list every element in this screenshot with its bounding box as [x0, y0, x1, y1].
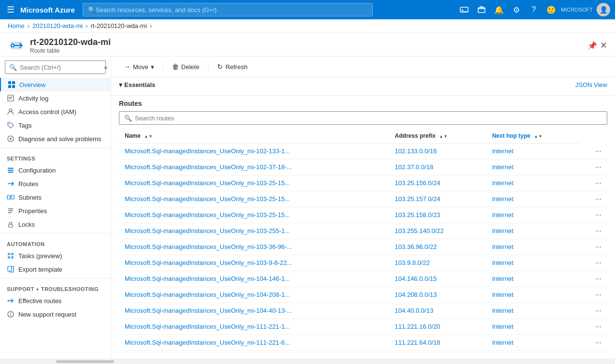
row-more-button[interactable]: ···: [580, 191, 607, 207]
sidebar-search-box[interactable]: 🔍 «: [5, 60, 106, 74]
route-name-link[interactable]: Microsoft.Sql-managedInstances_UseOnly_m…: [125, 307, 292, 314]
row-more-button[interactable]: ···: [580, 207, 607, 223]
row-more-button[interactable]: ···: [580, 223, 607, 239]
help-icon[interactable]: ?: [526, 2, 542, 17]
route-name-link[interactable]: Microsoft.Sql-managedInstances_UseOnly_m…: [125, 339, 290, 346]
sidebar-item-routes[interactable]: Routes: [0, 177, 111, 190]
sidebar-collapse-icon[interactable]: «: [104, 63, 108, 71]
row-more-button[interactable]: ···: [580, 239, 607, 255]
sidebar-item-tags[interactable]: Tags: [0, 118, 111, 132]
sidebar-item-subnets[interactable]: Subnets: [0, 190, 111, 204]
route-prefix-link[interactable]: 111.221.16.0/20: [395, 323, 440, 330]
sidebar-item-activity-log[interactable]: Activity log: [0, 91, 111, 105]
sidebar-item-effective-routes[interactable]: Effective routes: [0, 294, 111, 307]
row-more-button[interactable]: ···: [580, 319, 607, 335]
route-prefix-link[interactable]: 102.37.0.0/18: [395, 163, 434, 171]
table-row[interactable]: Microsoft.Sql-managedInstances_UseOnly_m…: [119, 175, 607, 191]
route-name-link[interactable]: Microsoft.Sql-managedInstances_UseOnly_m…: [125, 179, 290, 187]
table-row[interactable]: Microsoft.Sql-managedInstances_UseOnly_m…: [119, 271, 607, 287]
global-search-input[interactable]: [96, 6, 367, 14]
sidebar-item-label: Overview: [19, 81, 45, 88]
sidebar-item-new-support[interactable]: New support request: [0, 307, 111, 321]
routes-search-icon: 🔍: [124, 115, 132, 122]
move-button[interactable]: → Move ▾: [119, 60, 159, 73]
row-more-button[interactable]: ···: [580, 350, 607, 355]
col-prefix[interactable]: Address prefix ▲▼: [389, 129, 486, 144]
route-prefix-link[interactable]: 102.133.0.0/16: [395, 147, 437, 155]
sidebar-item-locks[interactable]: Locks: [0, 218, 111, 231]
table-row[interactable]: Microsoft.Sql-managedInstances_UseOnly_m…: [119, 207, 607, 223]
route-prefix-link[interactable]: 103.25.158.0/23: [395, 211, 440, 218]
route-name-link[interactable]: Microsoft.Sql-managedInstances_UseOnly_m…: [125, 259, 292, 266]
route-prefix-link[interactable]: 103.25.156.0/24: [395, 179, 440, 187]
route-name-link[interactable]: Microsoft.Sql-managedInstances_UseOnly_m…: [125, 211, 290, 218]
route-prefix-link[interactable]: 104.146.0.0/15: [395, 275, 437, 282]
routes-search-input[interactable]: [135, 115, 602, 122]
route-prefix-link[interactable]: 104.40.0.0/13: [395, 307, 434, 314]
sidebar-item-access-control[interactable]: Access control (IAM): [0, 105, 111, 118]
row-more-button[interactable]: ···: [580, 255, 607, 271]
table-row[interactable]: Microsoft.Sql-managedInstances_UseOnly_m…: [119, 144, 607, 160]
sidebar-item-export-template[interactable]: Export template: [0, 262, 111, 276]
route-name-link[interactable]: Microsoft.Sql-managedInstances_UseOnly_m…: [125, 291, 290, 298]
sidebar-item-diagnose[interactable]: Diagnose and solve problems: [0, 132, 111, 146]
settings-icon[interactable]: ⚙: [509, 2, 524, 17]
route-name-link[interactable]: Microsoft.Sql-managedInstances_UseOnly_m…: [125, 163, 292, 171]
route-prefix-link[interactable]: 103.9.8.0/22: [395, 259, 430, 266]
route-prefix-link[interactable]: 111.221.64.0/18: [395, 339, 440, 346]
user-avatar[interactable]: 👤: [597, 3, 610, 16]
row-more-button[interactable]: ···: [580, 271, 607, 287]
refresh-button[interactable]: ↻ Refresh: [212, 60, 252, 73]
table-row[interactable]: Microsoft.Sql-managedInstances_UseOnly_m…: [119, 287, 607, 303]
table-row[interactable]: Microsoft.Sql-managedInstances_UseOnly_m…: [119, 335, 607, 350]
col-hop[interactable]: Next hop type ▲▼: [486, 129, 580, 144]
row-more-button[interactable]: ···: [580, 335, 607, 350]
sidebar-item-properties[interactable]: Properties: [0, 204, 111, 218]
route-name-link[interactable]: Microsoft.Sql-managedInstances_UseOnly_m…: [125, 323, 290, 330]
route-hop-type: Internet: [486, 159, 580, 175]
route-name-link[interactable]: Microsoft.Sql-managedInstances_UseOnly_m…: [125, 195, 290, 203]
sidebar-search-input[interactable]: [20, 64, 101, 71]
route-prefix-link[interactable]: 103.36.96.0/22: [395, 243, 437, 250]
bottom-scrollbar[interactable]: [0, 359, 615, 364]
table-row[interactable]: Microsoft.Sql-managedInstances_UseOnly_m…: [119, 303, 607, 319]
notifications-icon[interactable]: 🔔: [491, 2, 507, 17]
route-prefix-link[interactable]: 103.255.140.0/22: [395, 227, 444, 234]
breadcrumb-resource-group[interactable]: 20210120-wda-mi: [32, 22, 83, 29]
table-row[interactable]: Microsoft.Sql-managedInstances_UseOnly_m…: [119, 223, 607, 239]
sidebar-item-overview[interactable]: Overview: [0, 78, 111, 91]
table-row[interactable]: Microsoft.Sql-managedInstances_UseOnly_m…: [119, 350, 607, 355]
table-row[interactable]: Microsoft.Sql-managedInstances_UseOnly_m…: [119, 319, 607, 335]
breadcrumb-home[interactable]: Home: [8, 22, 25, 29]
pin-icon[interactable]: 📌: [587, 41, 597, 50]
col-name[interactable]: Name ▲▼: [119, 129, 389, 144]
sidebar-item-configuration[interactable]: Configuration: [0, 163, 111, 177]
route-name-link[interactable]: Microsoft.Sql-managedInstances_UseOnly_m…: [125, 227, 290, 234]
table-row[interactable]: Microsoft.Sql-managedInstances_UseOnly_m…: [119, 255, 607, 271]
table-row[interactable]: Microsoft.Sql-managedInstances_UseOnly_m…: [119, 239, 607, 255]
route-name-link[interactable]: Microsoft.Sql-managedInstances_UseOnly_m…: [125, 275, 290, 282]
row-more-button[interactable]: ···: [580, 287, 607, 303]
directory-icon[interactable]: [474, 2, 489, 17]
route-name-link[interactable]: Microsoft.Sql-managedInstances_UseOnly_m…: [125, 147, 290, 155]
delete-button[interactable]: 🗑 Delete: [167, 60, 205, 73]
route-prefix-link[interactable]: 103.25.157.0/24: [395, 195, 440, 203]
close-icon[interactable]: ✕: [600, 40, 607, 51]
sidebar-item-tasks[interactable]: Tasks (preview): [0, 249, 111, 262]
routes-search-box[interactable]: 🔍: [119, 111, 607, 125]
route-prefix-link[interactable]: 104.208.0.0/13: [395, 291, 437, 298]
feedback-icon[interactable]: 🙂: [543, 2, 559, 17]
route-name-link[interactable]: Microsoft.Sql-managedInstances_UseOnly_m…: [125, 243, 292, 250]
table-row[interactable]: Microsoft.Sql-managedInstances_UseOnly_m…: [119, 159, 607, 175]
row-more-button[interactable]: ···: [580, 144, 607, 160]
access-control-icon: [7, 108, 15, 116]
row-more-button[interactable]: ···: [580, 303, 607, 319]
cloud-shell-icon[interactable]: [456, 2, 472, 17]
row-more-button[interactable]: ···: [580, 159, 607, 175]
json-view-link[interactable]: JSON View: [575, 81, 607, 88]
global-search-box[interactable]: 🔍: [83, 3, 373, 16]
essentials-title[interactable]: ▾ Essentials: [119, 81, 155, 88]
table-row[interactable]: Microsoft.Sql-managedInstances_UseOnly_m…: [119, 191, 607, 207]
row-more-button[interactable]: ···: [580, 175, 607, 191]
hamburger-menu-icon[interactable]: ☰: [5, 2, 16, 17]
